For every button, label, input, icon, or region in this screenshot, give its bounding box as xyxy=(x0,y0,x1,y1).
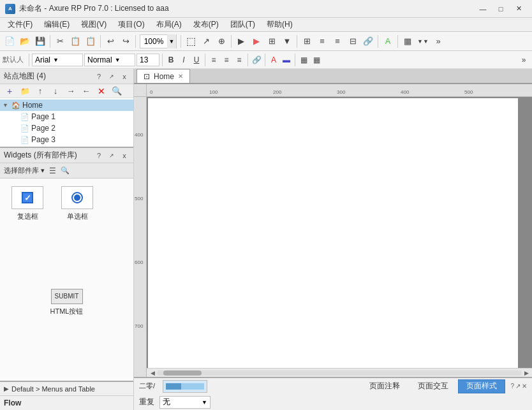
zoom-input[interactable]: 100% xyxy=(140,37,167,46)
font-color-button[interactable]: A xyxy=(268,54,279,66)
sm-delete-button[interactable]: ✕ xyxy=(94,84,108,98)
sitemap-expand[interactable]: ↗ xyxy=(107,71,117,82)
flow-row[interactable]: Flow xyxy=(0,396,133,410)
close-button[interactable]: ✕ xyxy=(510,3,527,15)
hscroll-left[interactable]: ◀ xyxy=(148,369,157,377)
menu-file[interactable]: 文件(F) xyxy=(3,18,38,31)
library-selector[interactable]: 选择部件库 ▾ xyxy=(4,166,45,175)
breadcrumb-arrow[interactable]: ▶ xyxy=(4,385,9,392)
expand-format[interactable]: » xyxy=(518,54,529,66)
widgets-expand[interactable]: ↗ xyxy=(107,150,117,161)
sitemap-header: 站点地图 (4) ? ↗ x xyxy=(0,69,133,84)
tabs-expand[interactable]: ↗ xyxy=(515,383,521,390)
open-button[interactable]: 📂 xyxy=(18,34,32,48)
tab-close-button[interactable]: ✕ xyxy=(178,73,183,80)
menu-project[interactable]: 项目(O) xyxy=(113,18,149,31)
widgets-toolbar: 选择部件库 ▾ ☰ 🔍 xyxy=(0,163,133,179)
align-center-button[interactable]: ≡ xyxy=(221,54,232,66)
page3-label: Page 3 xyxy=(31,135,55,144)
widgets-close[interactable]: x xyxy=(119,150,129,161)
crop-button[interactable]: ⊕ xyxy=(214,34,228,48)
link-format-button[interactable]: 🔗 xyxy=(251,54,262,66)
canvas-scroll[interactable] xyxy=(147,97,532,368)
more-format-button[interactable]: ▦ xyxy=(311,54,322,66)
radio-preview xyxy=(61,186,93,209)
menu-layout[interactable]: 布局(A) xyxy=(151,18,187,31)
select-button[interactable]: ⬚ xyxy=(184,34,198,48)
sm-folder-button[interactable]: 📁 xyxy=(18,84,32,98)
tree-item-page2[interactable]: 📄 Page 2 xyxy=(0,122,133,134)
widget-htmlbtn[interactable]: SUBMIT HTML按钮 xyxy=(5,286,128,376)
grid-dropdown[interactable]: ▼ xyxy=(280,34,294,48)
tree-item-page3[interactable]: 📄 Page 3 xyxy=(0,134,133,145)
size-input[interactable]: 13 xyxy=(137,54,159,66)
italic-button[interactable]: I xyxy=(178,54,189,66)
widget-button[interactable]: ▦ xyxy=(401,34,415,48)
align-right-button[interactable]: ≡ xyxy=(233,54,245,66)
paste-button[interactable]: 📋 xyxy=(84,34,98,48)
style-btn2[interactable]: ▦ xyxy=(298,54,309,66)
sitemap-help[interactable]: ? xyxy=(94,71,104,82)
widgets-menu-icon[interactable]: ☰ xyxy=(47,166,57,176)
widgets-help[interactable]: ? xyxy=(94,150,104,161)
maximize-button[interactable]: □ xyxy=(492,3,509,15)
underline-button[interactable]: U xyxy=(191,54,202,66)
align1-button[interactable]: ⊞ xyxy=(300,34,314,48)
connect-button[interactable]: ↗ xyxy=(199,34,213,48)
cut-button[interactable]: ✂ xyxy=(53,34,67,48)
repeat-selector[interactable]: 无 ▼ xyxy=(159,396,211,409)
new-button[interactable]: 📄 xyxy=(3,34,17,48)
canvas-tab-home[interactable]: ⊡ Home ✕ xyxy=(137,69,190,83)
sitemap-close[interactable]: x xyxy=(119,71,129,82)
sm-down-button[interactable]: ↓ xyxy=(48,84,63,98)
bold-button[interactable]: B xyxy=(165,54,177,66)
menu-publish[interactable]: 发布(P) xyxy=(188,18,224,31)
hscroll-thumb[interactable] xyxy=(163,370,202,376)
canvas-tab-icon: ⊡ xyxy=(144,72,150,81)
more-button[interactable]: ▼▼ xyxy=(416,34,430,48)
menu-view[interactable]: 视图(V) xyxy=(76,18,112,31)
tree-item-home[interactable]: ▼ 🏠 Home xyxy=(0,99,133,111)
tabs-help[interactable]: ? xyxy=(510,383,514,390)
undo-button[interactable]: ↩ xyxy=(103,34,117,48)
copy-button[interactable]: 📋 xyxy=(68,34,82,48)
tab-page-interaction[interactable]: 页面交互 xyxy=(410,379,457,393)
link-button[interactable]: 🔗 xyxy=(361,34,375,48)
style-selector[interactable]: Normal ▼ xyxy=(84,54,135,66)
zoom-dropdown[interactable]: ▼ xyxy=(167,34,176,48)
sm-indent-button[interactable]: → xyxy=(64,84,78,98)
play-button[interactable]: ▶ xyxy=(234,34,248,48)
align-left-button[interactable]: ≡ xyxy=(208,54,219,66)
widgets-search-icon[interactable]: 🔍 xyxy=(60,166,70,176)
align3-button[interactable]: ≡ xyxy=(330,34,344,48)
widget-checkbox[interactable]: ✓ 复选框 xyxy=(5,184,50,281)
tab-page-style[interactable]: 页面样式 xyxy=(458,379,505,393)
font-selector[interactable]: Arial ▼ xyxy=(32,54,83,66)
tab-page-notes[interactable]: 页面注释 xyxy=(361,379,408,393)
sm-add-button[interactable]: + xyxy=(3,84,17,98)
fill-color-button[interactable]: ▬ xyxy=(281,54,292,66)
minimize-button[interactable]: — xyxy=(475,3,491,15)
zoom-control[interactable]: 100% ▼ xyxy=(140,34,177,48)
color-button[interactable]: A xyxy=(381,34,395,48)
align2-button[interactable]: ≡ xyxy=(315,34,329,48)
widget-radio[interactable]: 单选框 xyxy=(55,184,100,281)
menu-edit[interactable]: 编辑(E) xyxy=(39,18,75,31)
ruler-h-400: 400 xyxy=(401,89,409,95)
menu-help[interactable]: 帮助(H) xyxy=(262,18,298,31)
grid-button[interactable]: ⊞ xyxy=(265,34,279,48)
sm-search-button[interactable]: 🔍 xyxy=(110,84,124,98)
save-button[interactable]: 💾 xyxy=(33,34,47,48)
hscroll-right[interactable]: ▶ xyxy=(522,369,531,377)
redo-button[interactable]: ↪ xyxy=(119,34,133,48)
expand-button[interactable]: » xyxy=(431,34,445,48)
tabs-close[interactable]: ✕ xyxy=(522,383,527,390)
hscroll-bar: ◀ ▶ xyxy=(147,368,532,377)
ruler-corner-area: 400 500 600 700 xyxy=(134,84,147,377)
play2-button[interactable]: ▶ xyxy=(249,34,263,48)
menu-team[interactable]: 团队(T) xyxy=(225,18,260,31)
sm-up-button[interactable]: ↑ xyxy=(33,84,47,98)
tree-item-page1[interactable]: 📄 Page 1 xyxy=(0,111,133,122)
align4-button[interactable]: ⊟ xyxy=(346,34,360,48)
sm-outdent-button[interactable]: ← xyxy=(79,84,93,98)
